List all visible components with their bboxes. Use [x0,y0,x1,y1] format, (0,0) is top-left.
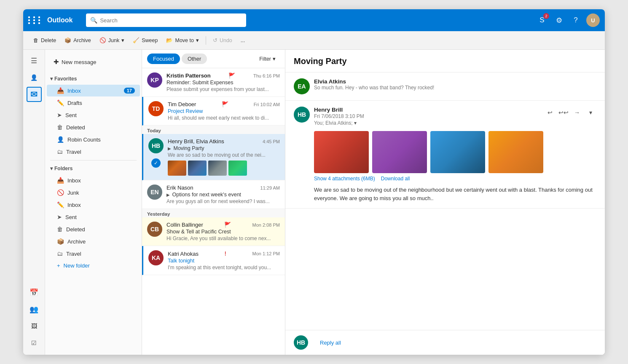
reply-avatar: HB [294,335,308,350]
forward-button[interactable]: → [571,107,583,118]
new-message-button[interactable]: ✚ New message [48,55,101,69]
focused-tab[interactable]: Focused [147,54,180,64]
download-all-link[interactable]: Download all [381,176,410,182]
toolbar: 🗑 Delete 📦 Archive 🚫 Junk ▾ 🧹 Sweep 📂 Mo… [23,31,605,50]
help-button[interactable]: ? [569,14,582,27]
apps-icon[interactable] [28,16,42,24]
thread-photo-3[interactable] [430,131,485,173]
folder-inbox-2[interactable]: ✏️ Inbox [47,199,140,211]
email-item-kristin[interactable]: KP Kristin Patterson 🚩 Thu 6:16 PM Remin… [142,68,285,97]
email-item-katri[interactable]: KA Katri Ahokas ! Mon 1:12 PM Talk tonig… [142,246,285,275]
email-scroll[interactable]: KP Kristin Patterson 🚩 Thu 6:16 PM Remin… [142,68,285,355]
thread-date-henry: Fri 7/06/2018 3:10 PM [314,113,540,119]
calendar-icon[interactable]: 📅 [27,285,42,300]
email-item-erik[interactable]: EN Erik Nason 11:29 AM ▶ Options for nex… [142,180,285,209]
contact-icon: 👤 [57,136,64,143]
new-folder-icon: + [57,262,60,269]
other-tab[interactable]: Other [182,54,207,64]
search-box[interactable]: 🔍 [86,13,246,27]
reply-area: HB Reply all [285,330,605,355]
settings-button[interactable]: ⚙ [553,14,565,27]
mail-icon[interactable]: ✉ [27,87,42,102]
thread-info-henry: Henry Brill Fri 7/06/2018 3:10 PM You; E… [314,107,540,126]
thread-item-elvia[interactable]: EA Elvia Atkins So much fun. Hey - who w… [285,72,605,101]
detail-header: Moving Party [285,50,605,72]
email-item-collin[interactable]: CB Collin Ballinger 🚩 Mon 2:08 PM Show &… [142,217,285,246]
avatar-elvia: EA [294,78,310,94]
undo-button[interactable]: ↺ Undo [209,35,236,46]
folder-inbox[interactable]: 📥 Inbox [47,174,140,186]
new-folder-button[interactable]: + New folder [47,260,140,271]
junk-icon: 🚫 [99,37,106,43]
more-button[interactable]: ... [237,35,248,46]
avatar-katri: KA [148,250,164,265]
app-window: Outlook 🔍 S 2 ⚙ ? U 🗑 Delete 📦 Arch [23,9,605,355]
show-attachments-link[interactable]: Show 4 attachments (6MB) [314,176,375,182]
sidebar-item-robin-counts[interactable]: 👤 Robin Counts [47,134,140,145]
sweep-icon: 🧹 [133,37,140,43]
junk-button[interactable]: 🚫 Junk ▾ [96,35,128,46]
folder-junk[interactable]: 🚫 Junk [47,187,140,198]
section-today: Today [142,126,285,134]
sidebar-item-deleted[interactable]: 🗑 Deleted [47,121,140,133]
email-item-tim[interactable]: TD Tim Deboer 🚩 Fri 10:02 AM Project Rev… [142,97,285,126]
reply-area-inner: Reply all [312,337,596,349]
sidebar-item-sent[interactable]: ➤ Sent [47,109,140,121]
thread-info-elvia: Elvia Atkins So much fun. Hey - who was … [314,78,596,91]
archive-button[interactable]: 📦 Archive [61,35,94,46]
email-header-erik: Erik Nason 11:29 AM [166,185,280,191]
contacts-icon[interactable]: 👥 [27,302,42,317]
folder-travel[interactable]: 🗂 Travel [47,248,140,260]
sidebar: ✚ New message ▾ Favorites 📥 Inbox 17 ✏️ … [45,50,142,355]
gallery-icon[interactable]: 🖼 [27,318,42,334]
drafts-icon: ✏️ [57,99,64,106]
sidebar-item-travel[interactable]: 🗂 Travel [47,146,140,158]
sidebar-item-inbox[interactable]: 📥 Inbox 17 [47,85,140,96]
sweep-button[interactable]: 🧹 Sweep [129,35,161,46]
avatar[interactable]: U [586,13,600,27]
subject-erik: ▶ Options for next week's event [166,192,280,198]
folder-sent[interactable]: ➤ Sent [47,211,140,223]
expand-to-icon[interactable]: ▾ [354,120,357,126]
folders-section-header[interactable]: ▾ Folders [45,163,142,174]
hamburger-icon[interactable]: ☰ [27,53,42,68]
email-header-tim: Tim Deboer 🚩 Fri 10:02 AM [168,101,280,107]
folder-inbox-icon: 📥 [57,177,64,184]
move-to-button[interactable]: 📂 Move to ▾ [163,35,202,46]
thumb-2 [188,161,207,176]
flag-kristin: 🚩 [228,72,235,79]
inbox-icon: 📥 [57,87,64,94]
folder-deleted[interactable]: 🗑 Deleted [47,223,140,235]
reply-all-button[interactable]: ↩↩ [558,107,569,118]
delete-button[interactable]: 🗑 Delete [30,35,59,46]
chevron-down-icon: ▾ [50,76,53,82]
reply-button[interactable]: ↩ [544,107,556,118]
people-icon[interactable]: 👤 [27,70,42,85]
time-tim: Fri 10:02 AM [254,102,280,107]
avatar-tim: TD [148,101,164,116]
move-icon: 📂 [166,37,173,43]
flag-tim: 🚩 [222,101,228,107]
favorites-section-header[interactable]: ▾ Favorites [45,73,142,84]
tasks-icon[interactable]: ☑ [27,335,42,351]
search-icon: 🔍 [90,17,97,24]
reply-all-button-main[interactable]: Reply all [312,337,349,349]
folder-archive[interactable]: 📦 Archive [47,236,140,247]
preview-katri: I'm speaking at this event tonight, woul… [168,265,280,270]
skype-button[interactable]: S 2 [536,14,548,27]
thread-photo-1[interactable] [314,131,369,173]
time-henry: 4:45 PM [263,139,280,144]
subject-katri: Talk tonight [168,258,280,264]
expand-button[interactable]: ▾ [585,107,596,118]
top-bar-actions: S 2 ⚙ ? U [536,13,600,27]
search-input[interactable] [100,17,242,24]
thread-photo-2[interactable] [372,131,427,173]
sender-kristin: Kristin Patterson [166,72,211,79]
detail-scroll[interactable]: EA Elvia Atkins So much fun. Hey - who w… [285,72,605,330]
sidebar-item-drafts[interactable]: ✏️ Drafts [47,97,140,109]
deleted-icon: 🗑 [57,124,63,131]
filter-button[interactable]: Filter ▾ [255,54,280,64]
thread-photos [314,131,596,173]
thread-photo-4[interactable] [488,131,543,173]
email-item-henry[interactable]: HB ✓ Henry Brill, Elvia Atkins 4:45 PM ▶… [142,134,285,180]
